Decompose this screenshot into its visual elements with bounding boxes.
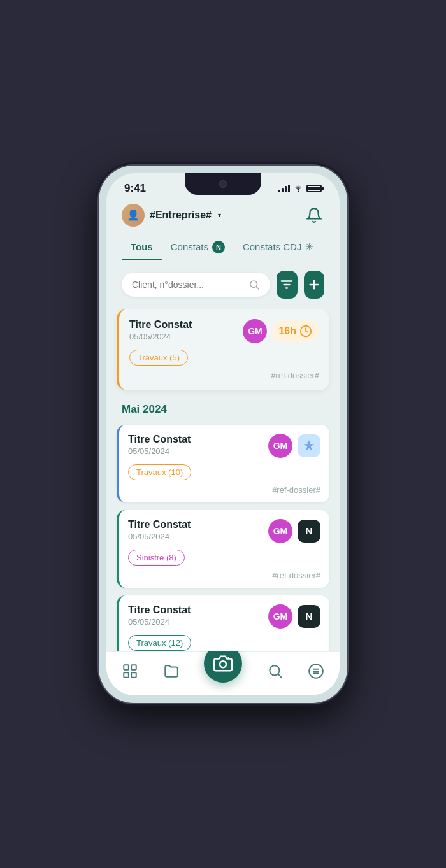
card-info: Titre Constat 05/05/2024 [128,604,268,627]
time-text: 16h [278,325,296,337]
card-date: 05/05/2024 [129,332,243,341]
svg-point-1 [250,281,257,288]
add-button[interactable] [304,271,325,299]
svg-line-2 [256,287,259,289]
svg-rect-9 [131,672,136,678]
cdj-icon [298,434,320,457]
item-ref: #ref-dossier# [128,485,320,495]
phone-frame: 9:41 [99,166,347,703]
tab-badge-n: N [212,241,225,253]
svg-rect-8 [124,672,129,678]
phone-screen: 9:41 [106,173,340,695]
tab-cdj-icon: ✳ [305,241,313,253]
card-info: Titre Constat 05/05/2024 [129,319,243,341]
star-burst-icon [302,439,316,453]
chevron-down-icon[interactable]: ▾ [218,211,221,218]
search-input[interactable] [132,280,243,290]
user-avatar: GM [268,434,292,458]
featured-tag: Travaux (5) [129,350,188,366]
user-avatar: GM [243,319,267,343]
card-info: Titre Constat 05/05/2024 [128,519,268,541]
company-name: #Entreprise# [150,210,212,221]
filter-icon [280,278,294,292]
menu-icon [308,663,324,679]
card-info: Titre Constat 05/05/2024 [128,434,268,456]
card-date: 05/05/2024 [128,532,268,541]
card-title: Titre Constat [129,319,243,331]
tab-tous[interactable]: Tous [122,234,162,260]
card-right: GM N [268,604,320,629]
tab-constats-n[interactable]: Constats N [162,234,234,260]
filter-button[interactable] [277,271,298,299]
header: 👤 #Entreprise# ▾ [106,199,340,234]
search-bar[interactable] [122,273,270,297]
tab-bar: Tous Constats N Constats CDJ ✳ [106,234,340,260]
tab-constats-cdj[interactable]: Constats CDJ ✳ [234,234,323,260]
camera-notch [219,180,227,188]
card-date: 05/05/2024 [128,446,268,456]
card-right: GM N [268,519,320,543]
bottom-nav [106,651,340,695]
battery-icon [306,185,322,192]
item-tag: Sinistre (8) [128,550,185,566]
card-right: GM 16h [243,319,319,343]
featured-ref: #ref-dossier# [129,371,319,380]
nav-item-menu[interactable] [308,663,324,679]
status-time: 9:41 [124,182,146,195]
time-badge: 16h [272,320,319,342]
svg-rect-7 [131,665,136,670]
svg-point-10 [220,661,226,667]
svg-rect-6 [124,665,129,670]
nav-item-folder[interactable] [163,663,180,679]
list-item[interactable]: Titre Constat 05/05/2024 GM [117,425,329,502]
card-title: Titre Constat [128,434,268,445]
card-right: GM [268,434,320,458]
svg-point-12 [270,665,279,675]
notch [185,173,261,195]
item-ref: #ref-dossier# [128,571,320,580]
featured-card[interactable]: Titre Constat 05/05/2024 GM 16h [117,309,329,390]
nav-item-search[interactable] [267,663,284,679]
card-title: Titre Constat [128,519,268,530]
plus-icon [307,278,321,292]
grid-icon [122,663,138,679]
search-icon [248,279,260,290]
user-avatar: GM [268,519,292,543]
search-area [106,260,340,309]
signal-icon [278,185,290,192]
card-title: Titre Constat [128,604,268,616]
header-left[interactable]: 👤 #Entreprise# ▾ [122,204,221,227]
list-item[interactable]: Titre Constat 05/05/2024 GM N Sinistre (… [117,510,329,588]
nav-item-grid[interactable] [122,663,138,679]
content-area: Titre Constat 05/05/2024 GM 16h [106,309,340,651]
camera-icon [213,654,233,673]
avatar: 👤 [122,204,145,227]
notification-bell-icon[interactable] [304,205,324,225]
notariat-badge: N [298,605,320,628]
search-nav-icon [267,663,284,679]
user-avatar: GM [268,604,292,629]
svg-point-0 [298,190,299,192]
wifi-icon [293,183,303,194]
section-title-mai: Mai 2024 [122,403,324,416]
list-item[interactable]: Titre Constat 05/05/2024 GM N Travaux (1… [117,595,329,651]
notariat-badge: N [298,520,320,543]
folder-icon [163,663,180,679]
status-icons [278,183,322,194]
svg-line-13 [278,674,282,678]
item-tag: Travaux (12) [128,635,191,651]
clock-icon [299,324,313,338]
card-date: 05/05/2024 [128,617,268,627]
item-tag: Travaux (10) [128,464,191,480]
